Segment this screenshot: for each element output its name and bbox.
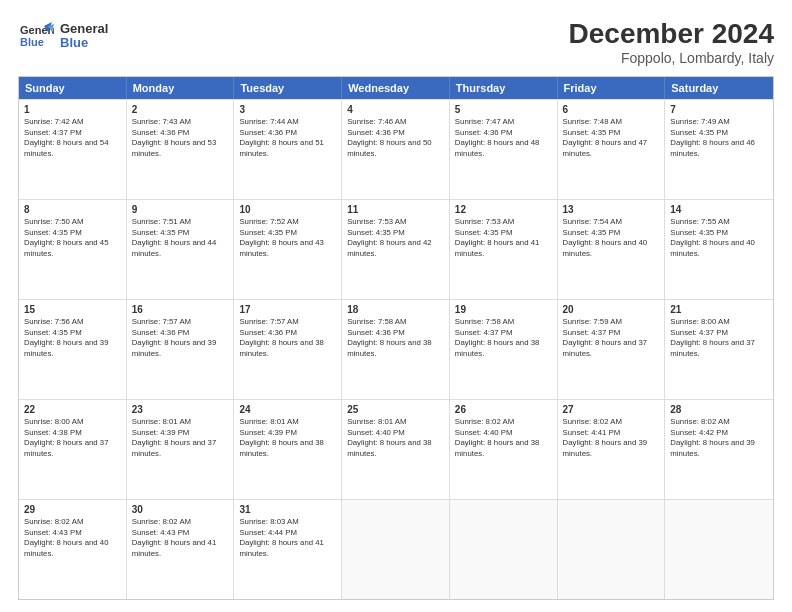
day-number: 18 <box>347 304 444 315</box>
day-number: 28 <box>670 404 768 415</box>
day-number: 19 <box>455 304 552 315</box>
cal-cell-w2-d3: 10 Sunrise: 7:52 AM Sunset: 4:35 PM Dayl… <box>234 200 342 299</box>
day-number: 3 <box>239 104 336 115</box>
day-number: 17 <box>239 304 336 315</box>
day-number: 9 <box>132 204 229 215</box>
calendar: Sunday Monday Tuesday Wednesday Thursday… <box>18 76 774 600</box>
day-number: 12 <box>455 204 552 215</box>
week-row-1: 1 Sunrise: 7:42 AM Sunset: 4:37 PM Dayli… <box>19 99 773 199</box>
cell-info: Sunrise: 7:48 AM Sunset: 4:35 PM Dayligh… <box>563 117 660 159</box>
header-sunday: Sunday <box>19 77 127 99</box>
cell-info: Sunrise: 7:51 AM Sunset: 4:35 PM Dayligh… <box>132 217 229 259</box>
cal-cell-w2-d5: 12 Sunrise: 7:53 AM Sunset: 4:35 PM Dayl… <box>450 200 558 299</box>
cal-cell-w2-d7: 14 Sunrise: 7:55 AM Sunset: 4:35 PM Dayl… <box>665 200 773 299</box>
logo-general: General <box>60 22 108 36</box>
cell-info: Sunrise: 7:44 AM Sunset: 4:36 PM Dayligh… <box>239 117 336 159</box>
day-number: 5 <box>455 104 552 115</box>
cal-cell-w4-d5: 26 Sunrise: 8:02 AM Sunset: 4:40 PM Dayl… <box>450 400 558 499</box>
cal-cell-w2-d6: 13 Sunrise: 7:54 AM Sunset: 4:35 PM Dayl… <box>558 200 666 299</box>
main-title: December 2024 <box>569 18 774 50</box>
cal-cell-w4-d6: 27 Sunrise: 8:02 AM Sunset: 4:41 PM Dayl… <box>558 400 666 499</box>
cell-info: Sunrise: 7:42 AM Sunset: 4:37 PM Dayligh… <box>24 117 121 159</box>
cal-cell-w5-d1: 29 Sunrise: 8:02 AM Sunset: 4:43 PM Dayl… <box>19 500 127 599</box>
cal-cell-w2-d2: 9 Sunrise: 7:51 AM Sunset: 4:35 PM Dayli… <box>127 200 235 299</box>
cal-cell-w3-d1: 15 Sunrise: 7:56 AM Sunset: 4:35 PM Dayl… <box>19 300 127 399</box>
cal-cell-w3-d3: 17 Sunrise: 7:57 AM Sunset: 4:36 PM Dayl… <box>234 300 342 399</box>
day-number: 24 <box>239 404 336 415</box>
cell-info: Sunrise: 7:52 AM Sunset: 4:35 PM Dayligh… <box>239 217 336 259</box>
cal-cell-w2-d4: 11 Sunrise: 7:53 AM Sunset: 4:35 PM Dayl… <box>342 200 450 299</box>
cal-cell-w4-d4: 25 Sunrise: 8:01 AM Sunset: 4:40 PM Dayl… <box>342 400 450 499</box>
day-number: 26 <box>455 404 552 415</box>
cell-info: Sunrise: 7:58 AM Sunset: 4:37 PM Dayligh… <box>455 317 552 359</box>
cal-cell-w2-d1: 8 Sunrise: 7:50 AM Sunset: 4:35 PM Dayli… <box>19 200 127 299</box>
cal-cell-w3-d7: 21 Sunrise: 8:00 AM Sunset: 4:37 PM Dayl… <box>665 300 773 399</box>
cal-cell-w4-d7: 28 Sunrise: 8:02 AM Sunset: 4:42 PM Dayl… <box>665 400 773 499</box>
week-row-3: 15 Sunrise: 7:56 AM Sunset: 4:35 PM Dayl… <box>19 299 773 399</box>
cell-info: Sunrise: 8:02 AM Sunset: 4:42 PM Dayligh… <box>670 417 768 459</box>
cal-cell-w1-d4: 4 Sunrise: 7:46 AM Sunset: 4:36 PM Dayli… <box>342 100 450 199</box>
day-number: 30 <box>132 504 229 515</box>
week-row-5: 29 Sunrise: 8:02 AM Sunset: 4:43 PM Dayl… <box>19 499 773 599</box>
calendar-body: 1 Sunrise: 7:42 AM Sunset: 4:37 PM Dayli… <box>19 99 773 599</box>
cal-cell-w4-d3: 24 Sunrise: 8:01 AM Sunset: 4:39 PM Dayl… <box>234 400 342 499</box>
cal-cell-w5-d5 <box>450 500 558 599</box>
cal-cell-w1-d6: 6 Sunrise: 7:48 AM Sunset: 4:35 PM Dayli… <box>558 100 666 199</box>
cal-cell-w4-d1: 22 Sunrise: 8:00 AM Sunset: 4:38 PM Dayl… <box>19 400 127 499</box>
cal-cell-w3-d6: 20 Sunrise: 7:59 AM Sunset: 4:37 PM Dayl… <box>558 300 666 399</box>
cell-info: Sunrise: 7:50 AM Sunset: 4:35 PM Dayligh… <box>24 217 121 259</box>
header-saturday: Saturday <box>665 77 773 99</box>
cell-info: Sunrise: 7:53 AM Sunset: 4:35 PM Dayligh… <box>347 217 444 259</box>
cell-info: Sunrise: 8:00 AM Sunset: 4:37 PM Dayligh… <box>670 317 768 359</box>
day-number: 7 <box>670 104 768 115</box>
svg-text:Blue: Blue <box>20 36 44 48</box>
cell-info: Sunrise: 7:55 AM Sunset: 4:35 PM Dayligh… <box>670 217 768 259</box>
cell-info: Sunrise: 7:57 AM Sunset: 4:36 PM Dayligh… <box>132 317 229 359</box>
day-number: 14 <box>670 204 768 215</box>
cell-info: Sunrise: 8:02 AM Sunset: 4:43 PM Dayligh… <box>24 517 121 559</box>
calendar-header: Sunday Monday Tuesday Wednesday Thursday… <box>19 77 773 99</box>
day-number: 27 <box>563 404 660 415</box>
cell-info: Sunrise: 8:03 AM Sunset: 4:44 PM Dayligh… <box>239 517 336 559</box>
cell-info: Sunrise: 7:58 AM Sunset: 4:36 PM Dayligh… <box>347 317 444 359</box>
cal-cell-w1-d3: 3 Sunrise: 7:44 AM Sunset: 4:36 PM Dayli… <box>234 100 342 199</box>
day-number: 25 <box>347 404 444 415</box>
day-number: 20 <box>563 304 660 315</box>
cell-info: Sunrise: 7:47 AM Sunset: 4:36 PM Dayligh… <box>455 117 552 159</box>
day-number: 4 <box>347 104 444 115</box>
day-number: 29 <box>24 504 121 515</box>
cell-info: Sunrise: 8:01 AM Sunset: 4:40 PM Dayligh… <box>347 417 444 459</box>
day-number: 6 <box>563 104 660 115</box>
cal-cell-w5-d2: 30 Sunrise: 8:02 AM Sunset: 4:43 PM Dayl… <box>127 500 235 599</box>
logo-icon: General Blue <box>18 18 54 54</box>
cell-info: Sunrise: 8:01 AM Sunset: 4:39 PM Dayligh… <box>132 417 229 459</box>
cell-info: Sunrise: 8:02 AM Sunset: 4:43 PM Dayligh… <box>132 517 229 559</box>
day-number: 1 <box>24 104 121 115</box>
cal-cell-w5-d7 <box>665 500 773 599</box>
header-friday: Friday <box>558 77 666 99</box>
day-number: 23 <box>132 404 229 415</box>
title-block: December 2024 Foppolo, Lombardy, Italy <box>569 18 774 66</box>
cal-cell-w1-d5: 5 Sunrise: 7:47 AM Sunset: 4:36 PM Dayli… <box>450 100 558 199</box>
cal-cell-w3-d4: 18 Sunrise: 7:58 AM Sunset: 4:36 PM Dayl… <box>342 300 450 399</box>
day-number: 2 <box>132 104 229 115</box>
day-number: 13 <box>563 204 660 215</box>
header-wednesday: Wednesday <box>342 77 450 99</box>
cell-info: Sunrise: 7:56 AM Sunset: 4:35 PM Dayligh… <box>24 317 121 359</box>
subtitle: Foppolo, Lombardy, Italy <box>569 50 774 66</box>
header-tuesday: Tuesday <box>234 77 342 99</box>
top-section: General Blue General Blue December 2024 … <box>18 18 774 66</box>
day-number: 11 <box>347 204 444 215</box>
logo-blue: Blue <box>60 36 108 50</box>
cal-cell-w3-d2: 16 Sunrise: 7:57 AM Sunset: 4:36 PM Dayl… <box>127 300 235 399</box>
day-number: 10 <box>239 204 336 215</box>
cell-info: Sunrise: 7:53 AM Sunset: 4:35 PM Dayligh… <box>455 217 552 259</box>
cell-info: Sunrise: 8:00 AM Sunset: 4:38 PM Dayligh… <box>24 417 121 459</box>
logo: General Blue General Blue <box>18 18 108 54</box>
cell-info: Sunrise: 8:01 AM Sunset: 4:39 PM Dayligh… <box>239 417 336 459</box>
cal-cell-w5-d3: 31 Sunrise: 8:03 AM Sunset: 4:44 PM Dayl… <box>234 500 342 599</box>
day-number: 21 <box>670 304 768 315</box>
cal-cell-w4-d2: 23 Sunrise: 8:01 AM Sunset: 4:39 PM Dayl… <box>127 400 235 499</box>
day-number: 16 <box>132 304 229 315</box>
cell-info: Sunrise: 8:02 AM Sunset: 4:40 PM Dayligh… <box>455 417 552 459</box>
